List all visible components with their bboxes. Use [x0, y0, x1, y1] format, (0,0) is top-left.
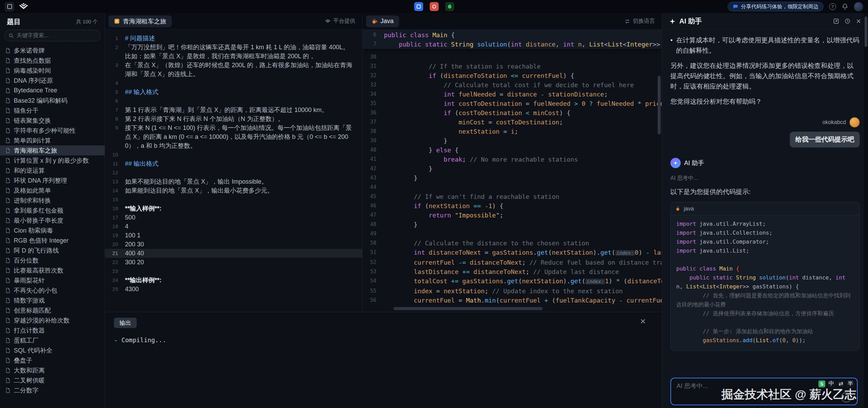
layout-toggle-button[interactable] [5, 2, 14, 11]
sidebar-item[interactable]: 字符串有多少种可能性 [0, 125, 105, 135]
sidebar-item-label: DNA 序列还原 [14, 76, 53, 85]
share-campaign-button[interactable]: 分享代码练习体验，领限定制周边 [728, 2, 824, 11]
juejin-logo[interactable] [19, 2, 28, 11]
sidebar-item[interactable]: SQL 代码补全 [0, 345, 105, 355]
sidebar-item[interactable]: 拿到最多红包金额 [0, 205, 105, 215]
sidebar-item[interactable]: 病毒感染时间 [0, 65, 105, 75]
sidebar-item[interactable]: 青海湖租车之旅 [0, 145, 105, 155]
output-close-icon[interactable]: ✕ [640, 318, 646, 325]
sidebar-item[interactable]: 简单四则计算 [0, 135, 105, 145]
code-line: 38 nextStation = i; [363, 127, 662, 136]
sidebar-item[interactable]: 查找热点数据 [0, 55, 105, 65]
problem-doc-icon [114, 18, 120, 24]
problem-line-text [125, 150, 362, 159]
problem-line: 13如果不能到达目的地「景点 X」，输出 Impossible。 [105, 177, 362, 186]
sidebar-item[interactable]: 穿越沙漠的补给次数 [0, 315, 105, 325]
history-button[interactable] [845, 18, 850, 24]
document-icon [5, 88, 11, 93]
language-tab-java[interactable]: Java [366, 16, 399, 27]
sidebar-item[interactable]: Cion 勒索病毒 [0, 225, 105, 235]
problem-line-text: # 问题描述 [125, 34, 362, 43]
code-editor[interactable]: 6public class Main {7 public static Stri… [363, 30, 662, 312]
search-icon [9, 33, 14, 38]
sidebar-item[interactable]: 进制求和转换 [0, 195, 105, 205]
open-in-window-button[interactable] [833, 18, 839, 24]
sidebar-item[interactable]: 叠盘子 [0, 355, 105, 365]
editor-vertical-scrollbar[interactable] [658, 76, 661, 134]
sidebar-item[interactable]: 环状 DNA 序列整理 [0, 175, 105, 185]
sidebar-item[interactable]: 暴雨梨花针 [0, 275, 105, 285]
search-input[interactable] [17, 32, 96, 39]
sidebar-item[interactable]: 阿 D 的飞行路线 [0, 245, 105, 255]
code-line: 31 // If the station is reachable [363, 62, 662, 71]
problem-line: 21400 40 [105, 249, 362, 258]
document-icon [5, 148, 11, 153]
sidebar-item[interactable]: 打点计数器 [0, 325, 105, 335]
sidebar-item[interactable]: 大数和距离 [0, 365, 105, 375]
sidebar-item[interactable]: 创意标题匹配 [0, 305, 105, 315]
code-text: if (costToDestination < minCost) { [384, 108, 662, 118]
topbar-center-icons [414, 2, 454, 11]
output-tab-label: 输出 [119, 319, 131, 327]
ai-analysis-paragraph: 另外，建议您在处理边界情况时添加更多的错误检查和处理，以提高代码的健壮性。例如，… [670, 61, 860, 92]
output-tab[interactable]: 输出 [114, 318, 137, 328]
sidebar-item[interactable]: 不再失心的小包 [0, 285, 105, 295]
sidebar-item[interactable]: DNA 序列还原 [0, 75, 105, 85]
bell-icon [841, 3, 848, 10]
app-icon-red[interactable] [430, 2, 439, 11]
notifications-button[interactable] [841, 3, 848, 10]
switch-language-button[interactable]: 切换语言 [625, 18, 655, 25]
editor-tabbar: Java 切换语言 [363, 13, 662, 30]
problem-line: 20200 30 [105, 240, 362, 249]
sidebar-item-label: 不再失心的小包 [14, 286, 57, 295]
juejin-logo-icon [19, 2, 28, 11]
sidebar-item[interactable]: 二叉树供暖 [0, 375, 105, 385]
sidebar-item-label: 猫鱼分干 [14, 106, 39, 115]
sidebar-item[interactable]: Base32 编码和解码 [0, 95, 105, 105]
search-box[interactable] [4, 30, 101, 41]
close-ai-panel-button[interactable]: ✕ [856, 18, 861, 25]
sidebar-item[interactable]: 链表聚集交换 [0, 115, 105, 125]
sidebar-item[interactable]: 多米诺骨牌 [0, 45, 105, 55]
code-text: } [384, 173, 662, 183]
sidebar-item[interactable]: 计算位置 x 到 y 的最少步数 [0, 155, 105, 165]
sidebar-item[interactable]: 百分位数 [0, 255, 105, 265]
ime-language-mode[interactable]: 中 [828, 380, 835, 387]
line-number: 22 [105, 258, 125, 267]
problem-description-panel: 青海湖租车之旅 平台提供 1# 问题描述2「万万没想到」吧！你租的这辆车还真是每… [105, 13, 363, 312]
problem-line-text [125, 96, 362, 105]
editor-horizontal-scrollbar[interactable] [394, 307, 543, 310]
code-line: 55 index = nextStation; // Update index … [363, 286, 662, 296]
app-icon-green[interactable] [445, 2, 454, 11]
app-icon-blue[interactable] [414, 2, 423, 11]
code-text: // Calculate total cost if we decide to … [384, 80, 662, 90]
problem-line-text: 300 20 [125, 258, 362, 267]
line-number: 19 [105, 231, 125, 240]
code-text: public static String solution(int distan… [384, 40, 662, 49]
line-number: 6 [363, 30, 384, 40]
sidebar-item[interactable]: Bytedance Tree [0, 85, 105, 95]
line-number: 18 [105, 222, 125, 231]
code-text: return "Impossible"; [384, 211, 662, 220]
sidebar-item[interactable]: 比赛最高获胜次数 [0, 265, 105, 275]
sidebar-item[interactable]: 和的逆运算 [0, 165, 105, 175]
problem-line: 5## 输入格式 [105, 88, 362, 96]
help-button[interactable]: ? [829, 3, 836, 10]
ime-width-mode[interactable]: 半 [847, 380, 854, 387]
sidebar-item[interactable]: 及格如此简单 [0, 185, 105, 195]
sidebar-item[interactable]: 猫鱼分干 [0, 105, 105, 115]
sidebar-item[interactable]: 猜数字游戏 [0, 295, 105, 305]
sidebar-item[interactable]: 最小替换子串长度 [0, 215, 105, 225]
assistant-name: AI 助手 [684, 158, 704, 168]
problem-markdown-editor[interactable]: 1# 问题描述2「万万没想到」吧！你租的这辆车还真是每开 1 km 耗 1 L … [105, 30, 362, 312]
page-scrollbar-thumb[interactable] [865, 17, 867, 47]
page-scrollbar[interactable] [864, 13, 868, 408]
sidebar-item[interactable]: 蛋糕工厂 [0, 335, 105, 345]
problem-tab[interactable]: 青海湖租车之旅 [108, 16, 172, 27]
sidebar-item[interactable]: 二分数字 [0, 385, 105, 395]
user-avatar[interactable] [854, 2, 863, 11]
sidebar-item-label: RGB 色值转 Integer [14, 236, 69, 245]
line-number: 44 [363, 183, 384, 192]
sidebar-item[interactable]: RGB 色值转 Integer [0, 235, 105, 245]
ime-switch-icon[interactable]: ⇄ [838, 380, 844, 387]
